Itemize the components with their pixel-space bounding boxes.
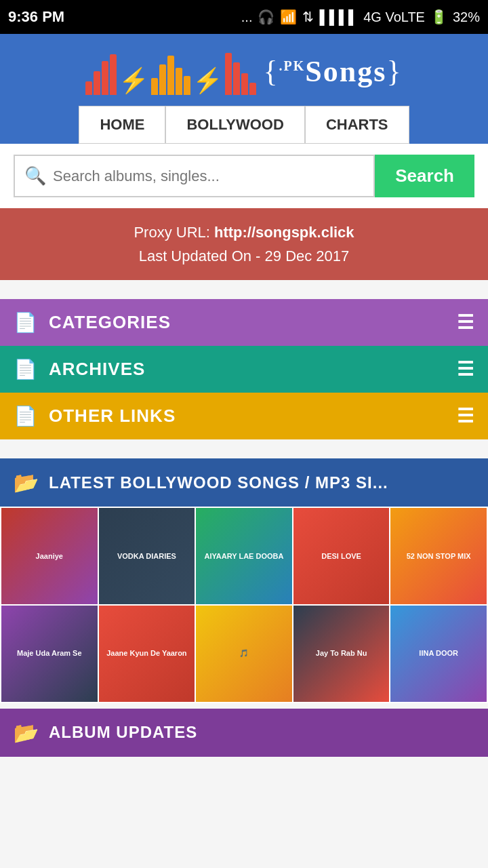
status-bar: 9:36 PM ... 🎧 📶 ⇅ ▌▌▌▌ 4G VoLTE 🔋 32% bbox=[0, 0, 488, 34]
archives-menu-icon: ☰ bbox=[457, 358, 474, 380]
nav-home[interactable]: HOME bbox=[79, 106, 165, 144]
search-input-wrap: 🔍 bbox=[14, 155, 375, 197]
album-item[interactable]: 🎵 bbox=[196, 606, 292, 702]
archives-doc-icon: 📄 bbox=[14, 358, 38, 380]
logo-songs: Songs bbox=[305, 55, 386, 88]
logo-area: ⚡ ⚡ {.PKSongs} bbox=[85, 47, 402, 95]
search-icon: 🔍 bbox=[24, 165, 46, 186]
categories-label: CATEGORIES bbox=[49, 312, 171, 333]
nav-charts[interactable]: CHARTS bbox=[305, 106, 409, 144]
last-updated: Last Updated On - 29 Dec 2017 bbox=[7, 244, 481, 268]
status-indicators: ... 🎧 📶 ⇅ ▌▌▌▌ 4G VoLTE 🔋 32% bbox=[241, 9, 480, 25]
album-updates-folder-icon: 📂 bbox=[14, 721, 39, 745]
logo-text: {.PKSongs} bbox=[263, 54, 402, 89]
nav-bar: HOME BOLLYWOOD CHARTS bbox=[7, 106, 481, 144]
proxy-url: http://songspk.click bbox=[214, 224, 354, 241]
logo-pk: .PK bbox=[279, 58, 306, 73]
categories-doc-icon: 📄 bbox=[14, 311, 38, 334]
lightning-icon: ⚡ bbox=[119, 66, 149, 95]
album-item[interactable]: Maje Uda Aram Se bbox=[1, 606, 98, 702]
folder-icon: 📂 bbox=[14, 471, 39, 494]
latest-songs-header: 📂 LATEST BOLLYWOOD SONGS / MP3 SI... bbox=[0, 458, 488, 507]
album-item[interactable]: AIYAARY LAE DOOBA bbox=[196, 508, 292, 604]
album-item[interactable]: VODKA DIARIES bbox=[99, 508, 195, 604]
proxy-url-line: Proxy URL: http://songspk.click bbox=[7, 220, 481, 244]
other-links-section[interactable]: 📄 OTHER LINKS ☰ bbox=[0, 393, 488, 439]
search-button[interactable]: Search bbox=[375, 155, 474, 197]
proxy-prefix: Proxy URL: bbox=[134, 224, 214, 241]
wifi-icon: 📶 bbox=[280, 9, 297, 25]
network-type: 4G VoLTE bbox=[363, 9, 425, 25]
archives-label: ARCHIVES bbox=[49, 359, 145, 380]
proxy-banner: Proxy URL: http://songspk.click Last Upd… bbox=[0, 208, 488, 280]
spacer-1 bbox=[0, 280, 488, 299]
other-links-label: OTHER LINKS bbox=[49, 406, 176, 427]
network-arrows-icon: ⇅ bbox=[302, 9, 314, 25]
archives-section[interactable]: 📄 ARCHIVES ☰ bbox=[0, 346, 488, 393]
latest-songs-title: LATEST BOLLYWOOD SONGS / MP3 SI... bbox=[49, 473, 388, 492]
categories-section[interactable]: 📄 CATEGORIES ☰ bbox=[0, 299, 488, 346]
battery-percent: 32% bbox=[453, 9, 480, 25]
logo-bars: ⚡ ⚡ bbox=[85, 47, 256, 95]
categories-menu-icon: ☰ bbox=[457, 311, 474, 334]
headphones-icon: 🎧 bbox=[258, 9, 274, 25]
album-item[interactable]: Jaane Kyun De Yaaron bbox=[99, 606, 195, 702]
nav-bollywood[interactable]: BOLLYWOOD bbox=[165, 106, 304, 144]
other-links-menu-icon: ☰ bbox=[457, 405, 474, 427]
signal-dots: ... bbox=[241, 9, 253, 25]
search-input[interactable] bbox=[53, 167, 364, 185]
album-grid: Jaaniye VODKA DIARIES AIYAARY LAE DOOBA … bbox=[0, 507, 488, 703]
other-links-doc-icon: 📄 bbox=[14, 405, 38, 427]
battery-icon: 🔋 bbox=[430, 9, 447, 25]
album-item[interactable]: Jaaniye bbox=[1, 508, 98, 604]
album-item[interactable]: DESI LOVE bbox=[293, 508, 390, 604]
album-item[interactable]: Jay To Rab Nu bbox=[293, 606, 390, 702]
signal-bars-icon: ▌▌▌▌ bbox=[319, 9, 358, 25]
album-updates-header: 📂 ALBUM UPDATES bbox=[0, 709, 488, 757]
search-section: 🔍 Search bbox=[0, 144, 488, 208]
album-item[interactable]: 52 NON STOP MIX bbox=[390, 508, 487, 604]
album-item[interactable]: IINA DOOR bbox=[390, 606, 487, 702]
header: ⚡ ⚡ {.PKSongs} HOME BOLLYWOOD CHARTS bbox=[0, 34, 488, 144]
lightning-icon-2: ⚡ bbox=[192, 66, 223, 95]
album-updates-title: ALBUM UPDATES bbox=[49, 723, 197, 742]
status-time: 9:36 PM bbox=[8, 8, 64, 26]
